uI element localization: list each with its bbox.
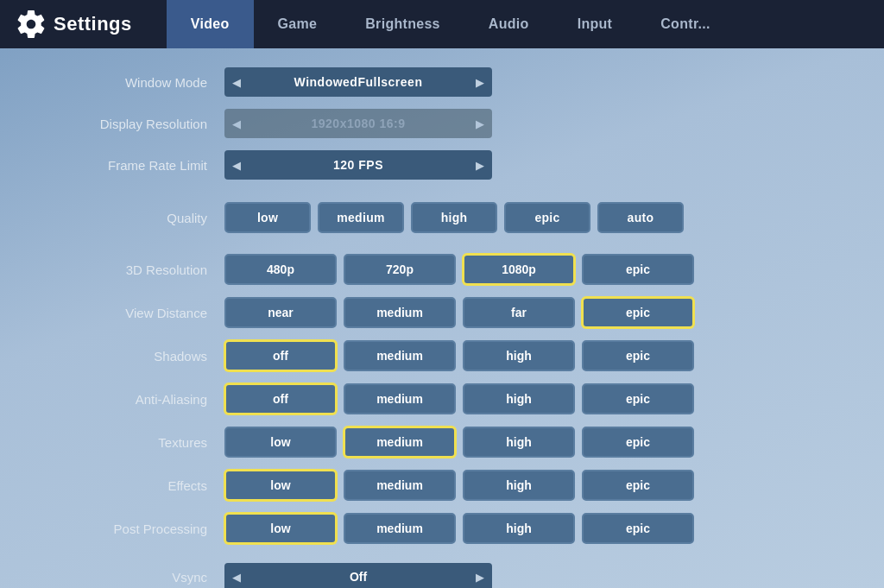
- tex-high[interactable]: high: [463, 427, 575, 458]
- aa-epic[interactable]: epic: [582, 383, 694, 414]
- display-resolution-row: Display Resolution ◀ 1920x1080 16:9 ▶: [52, 107, 832, 140]
- shadows-high[interactable]: high: [463, 340, 575, 371]
- view-medium[interactable]: medium: [344, 297, 456, 328]
- quality-label: Quality: [52, 211, 224, 225]
- post-processing-label: Post Processing: [52, 522, 224, 536]
- tab-brightness[interactable]: Brightness: [341, 0, 464, 48]
- anti-aliasing-label: Anti-Aliasing: [52, 392, 224, 407]
- shadows-row: Shadows off medium high epic: [52, 337, 832, 375]
- pp-low[interactable]: low: [224, 513, 337, 544]
- effects-group: low medium high epic: [224, 470, 694, 501]
- app-title: Settings: [54, 13, 132, 35]
- 3d-res-1080p[interactable]: 1080p: [463, 254, 575, 285]
- view-distance-group: near medium far epic: [224, 297, 694, 328]
- tab-video[interactable]: Video: [167, 0, 254, 48]
- vsync-row: Vsync ◀ Off ▶: [52, 561, 832, 588]
- display-resolution-next: ▶: [468, 109, 492, 138]
- window-mode-label: Window Mode: [52, 75, 224, 90]
- vsync-next[interactable]: ▶: [468, 563, 492, 588]
- tab-input[interactable]: Input: [553, 0, 637, 48]
- shadows-label: Shadows: [52, 349, 224, 364]
- post-processing-row: Post Processing low medium high epic: [52, 509, 832, 547]
- 3d-resolution-group: 480p 720p 1080p epic: [224, 254, 694, 285]
- textures-row: Textures low medium high epic: [52, 423, 832, 461]
- tex-medium[interactable]: medium: [344, 427, 456, 458]
- header: Settings Video Game Brightness Audio Inp…: [0, 0, 884, 48]
- tex-low[interactable]: low: [224, 427, 337, 458]
- frame-rate-label: Frame Rate Limit: [52, 158, 224, 173]
- fx-medium[interactable]: medium: [344, 470, 456, 501]
- vsync-value: Off: [249, 570, 468, 584]
- view-distance-label: View Distance: [52, 306, 224, 320]
- aa-off[interactable]: off: [224, 383, 337, 414]
- logo-area: Settings: [17, 10, 132, 38]
- quality-medium[interactable]: medium: [318, 202, 404, 233]
- display-resolution-label: Display Resolution: [52, 117, 224, 131]
- textures-label: Textures: [52, 435, 224, 450]
- tex-epic[interactable]: epic: [582, 427, 694, 458]
- vsync-prev[interactable]: ◀: [224, 563, 249, 588]
- gear-icon: [17, 10, 45, 38]
- vsync-label: Vsync: [52, 570, 224, 585]
- effects-row: Effects low medium high epic: [52, 466, 832, 504]
- shadows-off[interactable]: off: [224, 340, 337, 371]
- anti-aliasing-group: off medium high epic: [224, 383, 694, 414]
- post-processing-group: low medium high epic: [224, 513, 694, 544]
- 3d-res-720p[interactable]: 720p: [344, 254, 456, 285]
- anti-aliasing-row: Anti-Aliasing off medium high epic: [52, 380, 832, 418]
- quality-group: low medium high epic auto: [224, 202, 684, 233]
- display-resolution-control: ◀ 1920x1080 16:9 ▶: [224, 109, 492, 138]
- pp-medium[interactable]: medium: [344, 513, 456, 544]
- aa-high[interactable]: high: [463, 383, 575, 414]
- pp-epic[interactable]: epic: [582, 513, 694, 544]
- tab-audio[interactable]: Audio: [464, 0, 553, 48]
- window-mode-row: Window Mode ◀ WindowedFullscreen ▶: [52, 66, 832, 98]
- display-resolution-prev: ◀: [224, 109, 249, 138]
- nav-tabs: Video Game Brightness Audio Input Contr.…: [167, 0, 884, 48]
- quality-high[interactable]: high: [411, 202, 497, 233]
- tab-game[interactable]: Game: [254, 0, 342, 48]
- pp-high[interactable]: high: [463, 513, 575, 544]
- window-mode-prev[interactable]: ◀: [224, 67, 249, 97]
- fx-epic[interactable]: epic: [582, 470, 694, 501]
- vsync-control: ◀ Off ▶: [224, 563, 492, 588]
- window-mode-next[interactable]: ▶: [468, 67, 492, 97]
- effects-label: Effects: [52, 478, 224, 493]
- aa-medium[interactable]: medium: [344, 383, 456, 414]
- frame-rate-prev[interactable]: ◀: [224, 150, 249, 180]
- view-far[interactable]: far: [463, 297, 575, 328]
- shadows-epic[interactable]: epic: [582, 340, 694, 371]
- frame-rate-control: ◀ 120 FPS ▶: [224, 150, 492, 180]
- window-mode-value: WindowedFullscreen: [249, 75, 468, 89]
- quality-low[interactable]: low: [224, 202, 311, 233]
- 3d-resolution-row: 3D Resolution 480p 720p 1080p epic: [52, 250, 832, 288]
- view-distance-row: View Distance near medium far epic: [52, 294, 832, 332]
- frame-rate-next[interactable]: ▶: [468, 150, 492, 180]
- fx-low[interactable]: low: [224, 470, 337, 501]
- textures-group: low medium high epic: [224, 427, 694, 458]
- quality-epic[interactable]: epic: [504, 202, 590, 233]
- frame-rate-value: 120 FPS: [249, 158, 468, 172]
- shadows-medium[interactable]: medium: [344, 340, 456, 371]
- quality-auto[interactable]: auto: [597, 202, 684, 233]
- window-mode-control: ◀ WindowedFullscreen ▶: [224, 67, 492, 97]
- 3d-resolution-label: 3D Resolution: [52, 262, 224, 277]
- 3d-res-480p[interactable]: 480p: [224, 254, 337, 285]
- display-resolution-value: 1920x1080 16:9: [249, 117, 468, 130]
- fx-high[interactable]: high: [463, 470, 575, 501]
- quality-row: Quality low medium high epic auto: [52, 199, 832, 237]
- 3d-res-epic[interactable]: epic: [582, 254, 694, 285]
- shadows-group: off medium high epic: [224, 340, 694, 371]
- view-epic[interactable]: epic: [582, 297, 694, 328]
- tab-controls[interactable]: Contr...: [636, 0, 735, 48]
- view-near[interactable]: near: [224, 297, 337, 328]
- main-content: Window Mode ◀ WindowedFullscreen ▶ Displ…: [0, 48, 884, 588]
- frame-rate-row: Frame Rate Limit ◀ 120 FPS ▶: [52, 149, 832, 181]
